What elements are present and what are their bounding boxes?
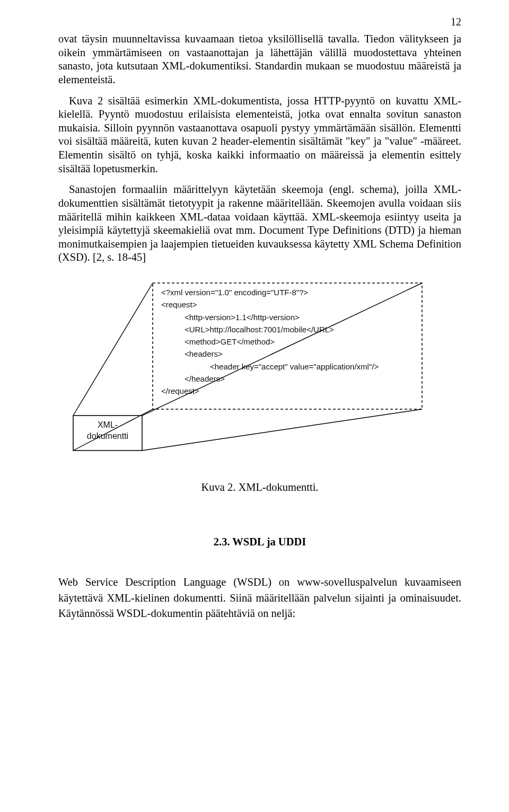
code-line: <URL>http://localhost:7001/mobile</URL> xyxy=(157,323,418,336)
paragraph-4: Web Service Description Language (WSDL) … xyxy=(58,575,461,622)
label-box-line1: XML- xyxy=(98,420,118,429)
code-line: <request> xyxy=(157,298,418,311)
figure-2-container: <?xml version="1.0" encoding="UTF-8"?> <… xyxy=(58,278,461,493)
xml-document-label: XML- dokumentti xyxy=(73,420,142,442)
code-line: </request> xyxy=(157,385,418,397)
code-line: </headers> xyxy=(157,373,418,385)
code-line: <http-version>1.1</http-version> xyxy=(157,311,418,323)
code-line: <?xml version="1.0" encoding="UTF-8"?> xyxy=(157,286,418,298)
page-container: 12 ovat täysin muunneltavissa kuvaamaan … xyxy=(0,0,509,654)
code-line: <method>GET</method> xyxy=(157,336,418,348)
figure-2-svg: <?xml version="1.0" encoding="UTF-8"?> <… xyxy=(68,278,428,469)
svg-line-5 xyxy=(142,409,422,451)
paragraph-3: Sanastojen formaaliin määrittelyyn käyte… xyxy=(58,183,461,264)
page-number: 12 xyxy=(58,16,461,28)
section-heading-2-3: 2.3. WSDL ja UDDI xyxy=(58,536,461,548)
xml-code-block: <?xml version="1.0" encoding="UTF-8"?> <… xyxy=(157,286,418,397)
svg-line-2 xyxy=(73,283,153,416)
code-line: <header key="accept" value="application/… xyxy=(157,360,418,373)
code-line: <headers> xyxy=(157,348,418,360)
paragraph-2: Kuva 2 sisältää esimerkin XML-dokumentis… xyxy=(58,94,461,176)
figure-caption: Kuva 2. XML-dokumentti. xyxy=(58,481,461,493)
paragraph-1: ovat täysin muunneltavissa kuvaamaan tie… xyxy=(58,32,461,87)
